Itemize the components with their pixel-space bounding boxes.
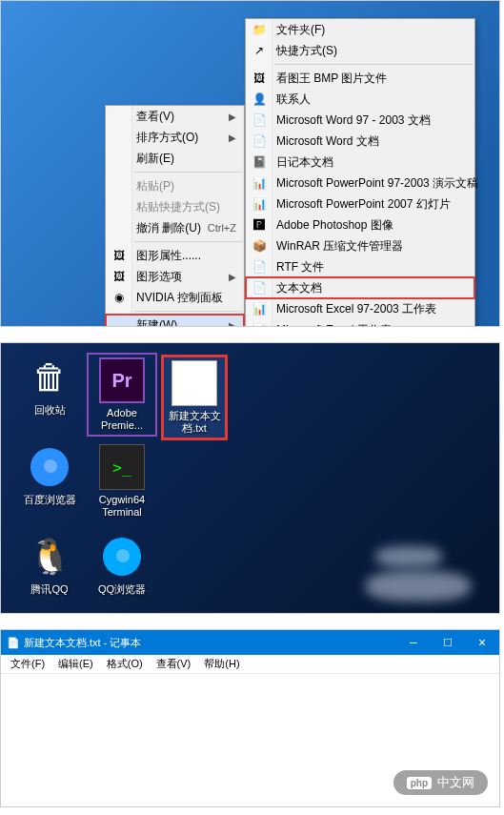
menu-item-label: Microsoft PowerPoint 2007 幻灯片 xyxy=(276,196,451,213)
desktop-icon-label: Adobe Premie... xyxy=(91,407,152,432)
menu-item: 粘贴(P) xyxy=(106,175,244,196)
browser-icon xyxy=(99,534,145,580)
app-icon: 🐧 xyxy=(27,534,72,580)
menu-item[interactable]: 📄Microsoft Word 文档 xyxy=(246,131,474,152)
notepad-menubar: 文件(F)编辑(E)格式(O)查看(V)帮助(H) xyxy=(1,655,499,674)
desktop-icon-new-text-file[interactable]: 新建文本文档.txt xyxy=(161,355,228,440)
menu-item[interactable]: 📁文件夹(F) xyxy=(246,19,474,40)
menu-item[interactable]: 🅿Adobe Photoshop 图像 xyxy=(246,214,474,235)
menu-separator xyxy=(134,311,242,312)
menu-item[interactable]: 🖼图形选项▶ xyxy=(106,266,244,287)
desktop-icon-label: Cygwin64 Terminal xyxy=(89,494,155,519)
menu-item-label: 撤消 删除(U) xyxy=(136,220,201,236)
watermark-text: 中文网 xyxy=(437,774,474,791)
menu-item[interactable]: ◉NVIDIA 控制面板 xyxy=(106,287,244,308)
menu-item-label: RTF 文件 xyxy=(276,259,324,275)
screenshot-notepad: 📄 新建文本文档.txt - 记事本 ─ ☐ × 文件(F)编辑(E)格式(O)… xyxy=(0,629,500,807)
menu-item-label: 查看(V) xyxy=(136,109,174,125)
menu-item-icon: 🖼 xyxy=(111,269,127,284)
notepad-titlebar[interactable]: 📄 新建文本文档.txt - 记事本 ─ ☐ × xyxy=(1,630,499,655)
menu-item[interactable]: 📄文本文档 xyxy=(246,277,474,298)
menu-item-label: Microsoft PowerPoint 97-2003 演示文稿 xyxy=(276,175,478,192)
menu-item[interactable]: 📦WinRAR 压缩文件管理器 xyxy=(246,235,474,256)
menu-item-label: 刷新(E) xyxy=(136,151,174,167)
menu-item-label: 联系人 xyxy=(276,92,311,108)
menu-item[interactable]: 排序方式(O)▶ xyxy=(106,127,244,148)
watermark-logo: php xyxy=(407,777,432,789)
screenshot-desktop: 🗑回收站PrAdobe Premie...新建文本文档.txt百度浏览器>_Cy… xyxy=(0,342,500,614)
desktop-icon-tencent-qq[interactable]: 🐧腾讯QQ xyxy=(16,534,83,596)
menubar-item[interactable]: 格式(O) xyxy=(101,655,149,673)
menu-item-label: 日记本文档 xyxy=(276,154,333,171)
maximize-button[interactable]: ☐ xyxy=(431,630,465,655)
menu-item-label: NVIDIA 控制面板 xyxy=(136,290,223,306)
desktop-icon-adobe-premiere[interactable]: PrAdobe Premie... xyxy=(89,355,155,435)
menu-item[interactable]: ↗快捷方式(S) xyxy=(246,40,474,61)
desktop-icon-baidu-browser[interactable]: 百度浏览器 xyxy=(16,444,83,506)
app-tile-icon: >_ xyxy=(99,444,145,490)
menu-item[interactable]: 📓日记本文档 xyxy=(246,152,474,173)
menu-item-label: Adobe Photoshop 图像 xyxy=(276,217,393,234)
menu-separator xyxy=(134,172,242,173)
submenu-arrow-icon: ▶ xyxy=(229,132,236,143)
menu-item[interactable]: 📊Microsoft PowerPoint 2007 幻灯片 xyxy=(246,194,474,214)
menu-item-label: WinRAR 压缩文件管理器 xyxy=(276,238,403,255)
menu-item-icon: 📊 xyxy=(252,301,267,316)
menu-item-icon: 🖼 xyxy=(111,248,127,263)
menu-item-icon: 🖼 xyxy=(252,71,267,86)
menu-item[interactable]: 刷新(E) xyxy=(106,148,244,169)
menu-item-label: 粘贴(P) xyxy=(136,178,174,194)
menubar-item[interactable]: 帮助(H) xyxy=(198,655,245,673)
menu-item-label: 快捷方式(S) xyxy=(276,43,337,59)
menu-item[interactable]: 👤联系人 xyxy=(246,89,474,110)
menu-item-icon: 📄 xyxy=(252,133,267,149)
menu-separator xyxy=(274,64,473,65)
watermark: php 中文网 xyxy=(393,770,488,795)
menu-item-icon: 📄 xyxy=(252,259,267,275)
menu-item-label: 图形属性...... xyxy=(136,248,201,264)
menu-item-icon: 📄 xyxy=(252,280,267,295)
menu-item[interactable]: 撤消 删除(U)Ctrl+Z xyxy=(106,217,244,238)
menu-item-icon: ◉ xyxy=(111,290,127,305)
menu-item[interactable]: 📄RTF 文件 xyxy=(246,256,474,277)
menu-item[interactable]: 📊Microsoft PowerPoint 97-2003 演示文稿 xyxy=(246,173,474,194)
menu-item-label: Microsoft Word 文档 xyxy=(276,133,379,150)
blur-redaction xyxy=(375,546,442,567)
app-icon: 🗑 xyxy=(27,355,72,400)
menu-item[interactable]: 🖼图形属性...... xyxy=(106,245,244,266)
desktop-icon-label: 新建文本文档.txt xyxy=(167,410,222,435)
menu-item[interactable]: 📊Microsoft Excel 97-2003 工作表 xyxy=(246,298,474,319)
desktop-icon-qq-browser[interactable]: QQ浏览器 xyxy=(89,534,155,596)
menu-item-icon: 📊 xyxy=(252,322,267,327)
menu-item-label: 排序方式(O) xyxy=(136,130,198,146)
menu-item-label: Microsoft Excel 97-2003 工作表 xyxy=(276,301,436,317)
desktop-icon-label: 腾讯QQ xyxy=(16,583,83,596)
close-button[interactable]: × xyxy=(465,630,499,655)
menubar-item[interactable]: 查看(V) xyxy=(151,655,197,673)
menu-item-label: 粘贴快捷方式(S) xyxy=(136,199,220,215)
menu-item[interactable]: 📄Microsoft Word 97 - 2003 文档 xyxy=(246,110,474,131)
desktop-icon-label: QQ浏览器 xyxy=(89,583,155,596)
menu-item[interactable]: 查看(V)▶ xyxy=(106,106,244,127)
menubar-item[interactable]: 编辑(E) xyxy=(52,655,99,673)
browser-icon xyxy=(27,444,72,490)
menu-item[interactable]: 新建(W)▶ xyxy=(106,315,244,327)
desktop-icon-cygwin-terminal[interactable]: >_Cygwin64 Terminal xyxy=(89,444,155,519)
menu-item-icon: 📊 xyxy=(252,196,267,212)
menu-item-label: Microsoft Word 97 - 2003 文档 xyxy=(276,112,431,129)
notepad-title: 新建文本文档.txt - 记事本 xyxy=(24,636,141,650)
submenu-arrow-icon: ▶ xyxy=(229,112,236,122)
desktop-icon-label: 百度浏览器 xyxy=(16,494,83,506)
minimize-button[interactable]: ─ xyxy=(396,630,431,655)
desktop-icon-recycle-bin[interactable]: 🗑回收站 xyxy=(16,355,83,417)
menu-item-label: 图形选项 xyxy=(136,269,182,285)
file-icon xyxy=(171,360,217,406)
menu-item[interactable]: 📊Microsoft Excel 工作表 xyxy=(246,319,474,327)
desktop-icon-label: 回收站 xyxy=(16,404,83,417)
menubar-item[interactable]: 文件(F) xyxy=(5,655,50,673)
menu-item[interactable]: 🖼看图王 BMP 图片文件 xyxy=(246,68,474,89)
menu-item-label: 文件夹(F) xyxy=(276,22,325,38)
notepad-icon: 📄 xyxy=(7,637,20,649)
screenshot-context-menu: 查看(V)▶排序方式(O)▶刷新(E)粘贴(P)粘贴快捷方式(S)撤消 删除(U… xyxy=(0,0,500,327)
menu-item-icon: 📊 xyxy=(252,175,267,191)
